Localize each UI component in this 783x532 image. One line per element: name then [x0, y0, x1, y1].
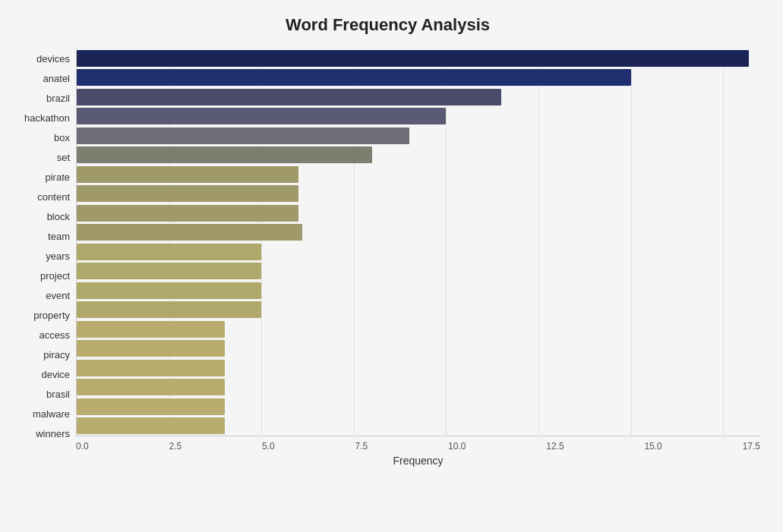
x-axis: 0.02.55.07.510.012.515.017.5: [76, 436, 760, 452]
bar-row: [77, 126, 760, 146]
bar: [77, 379, 225, 395]
y-label: team: [48, 231, 70, 241]
y-label: set: [57, 153, 70, 162]
chart-container: Word Frequency Analysis devicesanatelbra…: [0, 0, 783, 532]
bars-wrapper: [76, 49, 760, 436]
bar: [77, 89, 501, 105]
bar-row: [77, 107, 760, 127]
bar-row: [77, 68, 760, 88]
chart-area: devicesanatelbrazilhackathonboxsetpirate…: [15, 49, 760, 467]
x-tick: 15.0: [644, 441, 661, 452]
bar: [77, 244, 261, 260]
bar: [77, 127, 409, 144]
bar-row: [77, 320, 760, 339]
x-tick: 12.5: [546, 441, 564, 452]
x-tick: 7.5: [355, 441, 368, 452]
bar: [77, 360, 225, 376]
y-label: brasil: [46, 389, 70, 399]
bar-row: [77, 339, 760, 359]
y-label: box: [54, 133, 70, 143]
bar-row: [77, 49, 760, 68]
bar-row: [77, 262, 760, 282]
x-tick: 0.0: [76, 441, 89, 452]
y-label: winners: [36, 429, 70, 439]
bar-row: [77, 301, 760, 320]
bar-row: [77, 146, 760, 165]
bar: [77, 50, 749, 67]
y-label: hackathon: [24, 113, 70, 123]
bar-row: [77, 378, 760, 398]
y-label: years: [46, 251, 70, 261]
bar: [77, 146, 372, 163]
x-tick: 17.5: [743, 441, 760, 452]
y-label: brazil: [46, 93, 70, 103]
y-label: access: [39, 330, 70, 340]
y-labels: devicesanatelbrazilhackathonboxsetpirate…: [15, 49, 76, 467]
bar-row: [77, 165, 760, 184]
y-label: project: [40, 271, 70, 281]
bar-row: [77, 223, 760, 243]
y-label: piracy: [43, 350, 70, 360]
bar: [77, 69, 631, 86]
x-axis-label: Frequency: [76, 455, 760, 467]
y-label: pirate: [45, 172, 70, 182]
bar: [77, 224, 302, 241]
bar-row: [77, 281, 760, 301]
y-label: event: [46, 291, 70, 301]
bar: [77, 282, 261, 299]
bar: [77, 340, 225, 357]
bar: [77, 417, 225, 434]
x-tick: 2.5: [169, 441, 182, 452]
bar: [77, 166, 298, 183]
y-label: device: [41, 370, 70, 379]
x-tick: 5.0: [262, 441, 275, 452]
y-label: devices: [36, 54, 70, 64]
bar-row: [77, 184, 760, 204]
bar-row: [77, 87, 760, 107]
bar: [77, 263, 261, 279]
y-label: block: [47, 212, 70, 222]
bar: [77, 398, 225, 415]
chart-title: Word Frequency Analysis: [15, 15, 760, 35]
x-tick: 10.0: [448, 441, 466, 452]
y-label: malware: [33, 409, 70, 419]
bar: [77, 205, 298, 222]
bar: [77, 108, 446, 124]
bar-row: [77, 397, 760, 417]
bar-row: [77, 203, 760, 223]
y-label: content: [37, 192, 70, 202]
bar-row: [77, 358, 760, 378]
plot-area: 0.02.55.07.510.012.515.017.5 Frequency: [76, 49, 760, 467]
bar-row: [77, 242, 760, 262]
bar: [77, 301, 261, 318]
bar: [77, 321, 225, 338]
bar: [77, 185, 298, 202]
y-label: property: [33, 310, 70, 320]
bar-row: [77, 417, 760, 436]
y-label: anatel: [43, 74, 70, 83]
